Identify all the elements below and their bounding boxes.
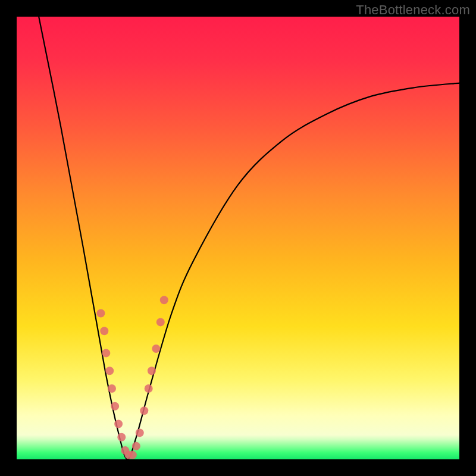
sample-dot bbox=[96, 309, 105, 318]
plot-area bbox=[17, 17, 459, 459]
sample-dot bbox=[105, 367, 114, 375]
sample-dot bbox=[129, 451, 137, 459]
sample-dot bbox=[140, 406, 148, 415]
sample-dot bbox=[102, 349, 110, 357]
sample-dot bbox=[108, 384, 116, 393]
sample-dot bbox=[132, 442, 140, 450]
sample-dot bbox=[117, 433, 126, 441]
sample-dot bbox=[136, 428, 144, 437]
sample-dot bbox=[152, 345, 160, 353]
sample-dot bbox=[100, 327, 108, 335]
sample-dot bbox=[145, 384, 153, 393]
chart-frame: TheBottleneck.com bbox=[0, 0, 476, 476]
sample-dots bbox=[96, 296, 168, 459]
sample-dot bbox=[156, 318, 165, 326]
sample-dot bbox=[114, 420, 123, 428]
watermark-text: TheBottleneck.com bbox=[356, 2, 470, 18]
sample-dot bbox=[160, 296, 168, 304]
bottleneck-curve bbox=[39, 17, 459, 459]
sample-dot bbox=[111, 402, 119, 411]
curve-layer bbox=[17, 17, 459, 459]
sample-dot bbox=[148, 367, 156, 375]
